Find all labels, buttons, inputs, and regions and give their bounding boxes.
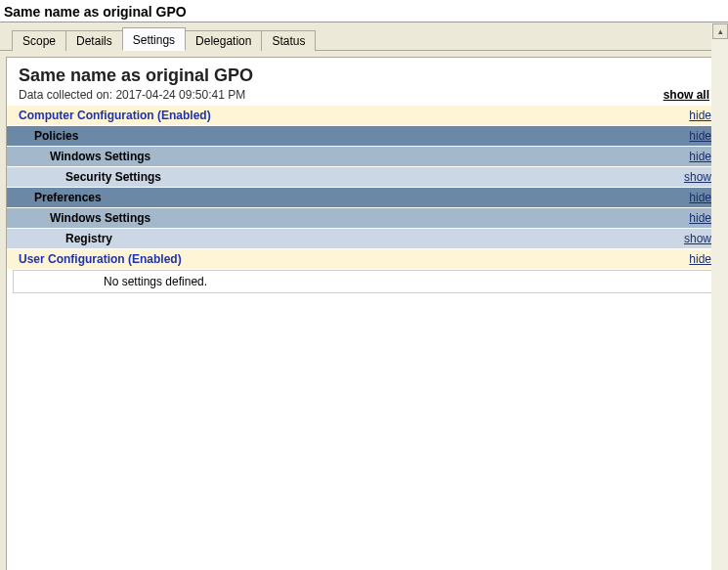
section-registry[interactable]: Registry show: [7, 229, 721, 249]
section-windows-settings-preferences[interactable]: Windows Settings hide: [7, 208, 721, 229]
section-policies[interactable]: Policies hide: [7, 126, 721, 147]
window-title: Same name as original GPO: [0, 0, 728, 22]
toggle-hide[interactable]: hide: [689, 252, 711, 266]
section-user-configuration[interactable]: User Configuration (Enabled) hide: [7, 249, 721, 270]
tab-settings[interactable]: Settings: [122, 27, 186, 51]
chevron-up-icon: ▴: [718, 26, 723, 36]
section-label: Preferences: [34, 191, 102, 204]
data-collected-on: Data collected on: 2017-04-24 09:50:41 P…: [19, 88, 253, 102]
user-config-no-settings: No settings defined.: [13, 270, 715, 293]
toggle-show[interactable]: show: [684, 232, 711, 245]
gpo-report: Same name as original GPO Data collected…: [7, 58, 721, 293]
toggle-hide[interactable]: hide: [689, 129, 711, 143]
section-preferences[interactable]: Preferences hide: [7, 188, 721, 208]
settings-report-pane: Same name as original GPO Data collected…: [6, 57, 722, 570]
scroll-up-button[interactable]: ▴: [712, 23, 728, 39]
section-label: Computer Configuration (Enabled): [19, 109, 211, 122]
data-collected-timestamp: 2017-04-24 09:50:41 PM: [115, 88, 245, 102]
section-label: Security Settings: [65, 170, 161, 184]
section-label: Windows Settings: [50, 211, 150, 225]
section-label: Windows Settings: [50, 150, 150, 163]
tab-status[interactable]: Status: [261, 30, 316, 51]
scrollbar-track[interactable]: ▴: [711, 23, 728, 570]
tab-delegation[interactable]: Delegation: [185, 30, 262, 51]
data-collected-prefix: Data collected on:: [19, 88, 115, 102]
section-computer-configuration[interactable]: Computer Configuration (Enabled) hide: [7, 106, 721, 126]
section-windows-settings-policies[interactable]: Windows Settings hide: [7, 147, 721, 167]
tab-scope[interactable]: Scope: [12, 30, 66, 51]
report-title: Same name as original GPO: [19, 66, 253, 86]
section-security-settings[interactable]: Security Settings show: [7, 167, 721, 188]
section-label: Policies: [34, 129, 78, 143]
tab-strip: Scope Details Settings Delegation Status: [0, 22, 728, 51]
report-header: Same name as original GPO Data collected…: [7, 58, 721, 106]
section-label: Registry: [65, 232, 112, 245]
tab-details[interactable]: Details: [65, 30, 123, 51]
show-all-link[interactable]: show all: [664, 88, 709, 102]
toggle-hide[interactable]: hide: [689, 191, 711, 204]
section-label: User Configuration (Enabled): [19, 252, 182, 266]
toggle-hide[interactable]: hide: [689, 109, 711, 122]
toggle-show[interactable]: show: [684, 170, 711, 184]
toggle-hide[interactable]: hide: [689, 211, 711, 225]
toggle-hide[interactable]: hide: [689, 150, 711, 163]
